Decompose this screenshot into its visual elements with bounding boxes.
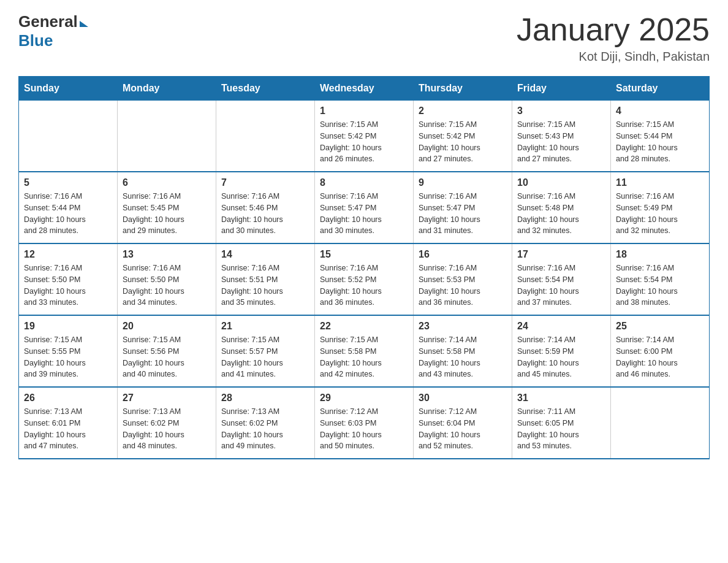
day-number: 31 [517,393,605,404]
calendar-day: 21Sunrise: 7:15 AM Sunset: 5:57 PM Dayli… [216,315,315,387]
header-row: Sunday Monday Tuesday Wednesday Thursday… [19,77,710,101]
day-info: Sunrise: 7:16 AM Sunset: 5:48 PM Dayligh… [517,191,605,237]
day-info: Sunrise: 7:13 AM Sunset: 6:02 PM Dayligh… [123,406,211,452]
day-info: Sunrise: 7:15 AM Sunset: 5:58 PM Dayligh… [320,334,408,380]
day-info: Sunrise: 7:15 AM Sunset: 5:43 PM Dayligh… [517,119,605,165]
calendar-day: 16Sunrise: 7:16 AM Sunset: 5:53 PM Dayli… [414,243,512,315]
calendar-day: 22Sunrise: 7:15 AM Sunset: 5:58 PM Dayli… [315,315,414,387]
calendar-day: 26Sunrise: 7:13 AM Sunset: 6:01 PM Dayli… [19,387,118,459]
calendar-day: 25Sunrise: 7:14 AM Sunset: 6:00 PM Dayli… [611,315,710,387]
logo: General Blue [18,12,88,50]
day-number: 16 [419,249,507,260]
calendar-day: 9Sunrise: 7:16 AM Sunset: 5:47 PM Daylig… [414,172,512,243]
col-friday: Friday [512,77,611,101]
day-number: 12 [24,249,112,260]
day-info: Sunrise: 7:16 AM Sunset: 5:46 PM Dayligh… [221,191,309,237]
calendar-day: 5Sunrise: 7:16 AM Sunset: 5:44 PM Daylig… [19,172,118,243]
day-info: Sunrise: 7:15 AM Sunset: 5:42 PM Dayligh… [419,119,507,165]
logo-blue-text: Blue [18,31,53,50]
col-wednesday: Wednesday [315,77,414,101]
day-info: Sunrise: 7:15 AM Sunset: 5:57 PM Dayligh… [221,334,309,380]
day-info: Sunrise: 7:15 AM Sunset: 5:42 PM Dayligh… [320,119,408,165]
calendar-day: 10Sunrise: 7:16 AM Sunset: 5:48 PM Dayli… [512,172,611,243]
day-number: 1 [320,105,408,117]
day-number: 5 [24,177,112,188]
title-block: January 2025 Kot Diji, Sindh, Pakistan [517,12,710,64]
calendar-day [118,101,216,172]
calendar-day: 15Sunrise: 7:16 AM Sunset: 5:52 PM Dayli… [315,243,414,315]
day-number: 3 [517,105,605,117]
day-number: 30 [419,393,507,404]
calendar-day: 14Sunrise: 7:16 AM Sunset: 5:51 PM Dayli… [216,243,315,315]
calendar-day: 17Sunrise: 7:16 AM Sunset: 5:54 PM Dayli… [512,243,611,315]
calendar-day: 11Sunrise: 7:16 AM Sunset: 5:49 PM Dayli… [611,172,710,243]
calendar-week-2: 5Sunrise: 7:16 AM Sunset: 5:44 PM Daylig… [19,172,710,243]
calendar-body: 1Sunrise: 7:15 AM Sunset: 5:42 PM Daylig… [19,101,710,459]
day-info: Sunrise: 7:16 AM Sunset: 5:52 PM Dayligh… [320,262,408,308]
calendar-day [216,101,315,172]
day-info: Sunrise: 7:16 AM Sunset: 5:49 PM Dayligh… [616,191,704,237]
col-sunday: Sunday [19,77,118,101]
day-info: Sunrise: 7:15 AM Sunset: 5:55 PM Dayligh… [24,334,112,380]
day-info: Sunrise: 7:12 AM Sunset: 6:04 PM Dayligh… [419,406,507,452]
calendar-day: 19Sunrise: 7:15 AM Sunset: 5:55 PM Dayli… [19,315,118,387]
day-number: 20 [123,321,211,332]
day-number: 2 [419,105,507,117]
day-number: 19 [24,321,112,332]
calendar-day: 31Sunrise: 7:11 AM Sunset: 6:05 PM Dayli… [512,387,611,459]
day-number: 24 [517,321,605,332]
day-number: 27 [123,393,211,404]
calendar-day: 7Sunrise: 7:16 AM Sunset: 5:46 PM Daylig… [216,172,315,243]
col-thursday: Thursday [414,77,512,101]
calendar-day: 28Sunrise: 7:13 AM Sunset: 6:02 PM Dayli… [216,387,315,459]
calendar-day: 6Sunrise: 7:16 AM Sunset: 5:45 PM Daylig… [118,172,216,243]
calendar-week-3: 12Sunrise: 7:16 AM Sunset: 5:50 PM Dayli… [19,243,710,315]
logo-general-text: General [18,12,78,31]
calendar-day: 2Sunrise: 7:15 AM Sunset: 5:42 PM Daylig… [414,101,512,172]
day-info: Sunrise: 7:13 AM Sunset: 6:01 PM Dayligh… [24,406,112,452]
calendar-day: 24Sunrise: 7:14 AM Sunset: 5:59 PM Dayli… [512,315,611,387]
day-info: Sunrise: 7:14 AM Sunset: 5:59 PM Dayligh… [517,334,605,380]
calendar-day [19,101,118,172]
day-number: 9 [419,177,507,188]
day-number: 4 [616,105,704,117]
day-info: Sunrise: 7:14 AM Sunset: 6:00 PM Dayligh… [616,334,704,380]
logo-arrow-icon [80,21,88,27]
day-number: 29 [320,393,408,404]
col-tuesday: Tuesday [216,77,315,101]
day-number: 13 [123,249,211,260]
day-info: Sunrise: 7:16 AM Sunset: 5:54 PM Dayligh… [517,262,605,308]
day-number: 22 [320,321,408,332]
day-number: 26 [24,393,112,404]
day-info: Sunrise: 7:11 AM Sunset: 6:05 PM Dayligh… [517,406,605,452]
day-info: Sunrise: 7:16 AM Sunset: 5:54 PM Dayligh… [616,262,704,308]
day-number: 15 [320,249,408,260]
day-info: Sunrise: 7:16 AM Sunset: 5:53 PM Dayligh… [419,262,507,308]
calendar-header: Sunday Monday Tuesday Wednesday Thursday… [19,77,710,101]
calendar-day: 27Sunrise: 7:13 AM Sunset: 6:02 PM Dayli… [118,387,216,459]
col-saturday: Saturday [611,77,710,101]
day-info: Sunrise: 7:15 AM Sunset: 5:56 PM Dayligh… [123,334,211,380]
location-text: Kot Diji, Sindh, Pakistan [517,50,710,64]
day-info: Sunrise: 7:16 AM Sunset: 5:50 PM Dayligh… [123,262,211,308]
day-info: Sunrise: 7:16 AM Sunset: 5:44 PM Dayligh… [24,191,112,237]
day-number: 21 [221,321,309,332]
calendar-table: Sunday Monday Tuesday Wednesday Thursday… [18,76,710,459]
calendar-week-4: 19Sunrise: 7:15 AM Sunset: 5:55 PM Dayli… [19,315,710,387]
day-info: Sunrise: 7:16 AM Sunset: 5:51 PM Dayligh… [221,262,309,308]
day-info: Sunrise: 7:16 AM Sunset: 5:50 PM Dayligh… [24,262,112,308]
day-info: Sunrise: 7:16 AM Sunset: 5:47 PM Dayligh… [320,191,408,237]
calendar-day: 8Sunrise: 7:16 AM Sunset: 5:47 PM Daylig… [315,172,414,243]
calendar-day: 18Sunrise: 7:16 AM Sunset: 5:54 PM Dayli… [611,243,710,315]
day-number: 23 [419,321,507,332]
day-number: 11 [616,177,704,188]
day-info: Sunrise: 7:13 AM Sunset: 6:02 PM Dayligh… [221,406,309,452]
calendar-day: 23Sunrise: 7:14 AM Sunset: 5:58 PM Dayli… [414,315,512,387]
calendar-day: 3Sunrise: 7:15 AM Sunset: 5:43 PM Daylig… [512,101,611,172]
calendar-day: 13Sunrise: 7:16 AM Sunset: 5:50 PM Dayli… [118,243,216,315]
day-number: 8 [320,177,408,188]
calendar-day: 30Sunrise: 7:12 AM Sunset: 6:04 PM Dayli… [414,387,512,459]
calendar-day: 29Sunrise: 7:12 AM Sunset: 6:03 PM Dayli… [315,387,414,459]
day-number: 28 [221,393,309,404]
day-number: 17 [517,249,605,260]
